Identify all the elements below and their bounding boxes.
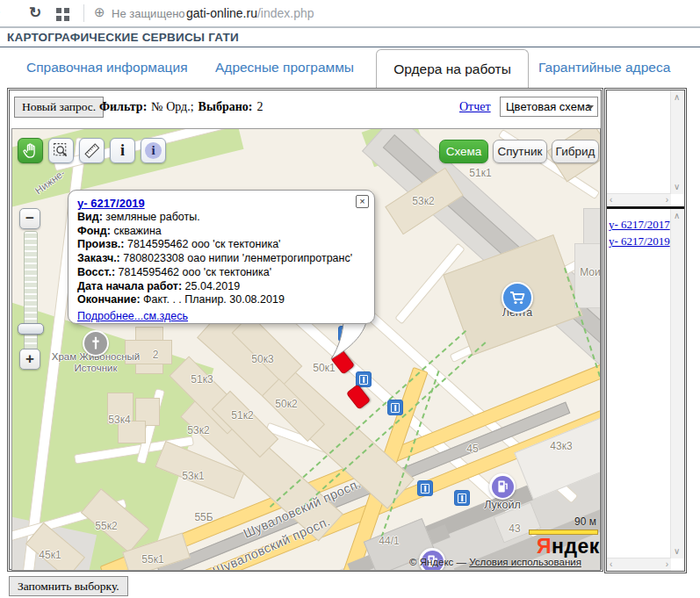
- site-info-globe-icon[interactable]: [94, 4, 105, 20]
- map-label: 53к2: [187, 424, 209, 436]
- map-type-2-button[interactable]: Спутник: [493, 140, 547, 163]
- map-copyright: © Яндекс — Условия использования: [409, 557, 581, 567]
- map-label: 43к3: [550, 440, 572, 452]
- info-circle-icon: [145, 142, 162, 159]
- horizontal-scrollbar[interactable]: [607, 193, 671, 206]
- map-label: 53к1: [182, 470, 204, 482]
- tram-glyph: [421, 484, 429, 494]
- info-alt-tool-button[interactable]: [141, 138, 166, 163]
- ruler-tool-button[interactable]: [79, 138, 105, 163]
- scroll-up-icon[interactable]: [674, 93, 680, 102]
- remember-selection-button[interactable]: Запомнить выборку.: [9, 576, 128, 596]
- map-label: 45: [466, 443, 478, 455]
- map-label: 51к3: [191, 373, 213, 385]
- toolbar-divider: [83, 4, 84, 22]
- scroll-up-icon[interactable]: [674, 212, 680, 220]
- cart-glyph: [507, 287, 528, 308]
- zoom-select-tool-button[interactable]: [48, 138, 74, 163]
- reload-icon[interactable]: [29, 4, 41, 22]
- order-link[interactable]: у- 6217/2019: [609, 233, 670, 249]
- filter-label: Фильтр:: [99, 100, 147, 113]
- balloon-more-link[interactable]: Подробнее...см.здесь: [77, 310, 188, 322]
- back-icon[interactable]: [0, 1, 1, 21]
- tram-glyph: [391, 403, 400, 413]
- work-order-balloon: у- 6217/2019 Вид: земляные работы.Фонд: …: [68, 190, 375, 324]
- balloon-row-value: земляные работы.: [103, 211, 200, 223]
- zoom-select-icon: [52, 141, 70, 160]
- tab-3[interactable]: Ордера на работы: [376, 49, 529, 88]
- balloon-row-value: 7814595462 ооо 'ск тектоника': [115, 266, 271, 278]
- map-label: Лукойл: [484, 499, 520, 511]
- tram-stop-icon[interactable]: [387, 400, 403, 415]
- scroll-down-icon[interactable]: [674, 547, 680, 556]
- selected-count: 2: [256, 100, 263, 113]
- copyright-text: © Яндекс —: [409, 557, 466, 567]
- terms-of-use-link[interactable]: Условия использования: [469, 557, 581, 567]
- tram-glyph: [458, 494, 466, 503]
- map-label: Источник: [74, 363, 117, 373]
- map-canvas[interactable]: Нижне-51к153к2МоиЛентаХрам ЖивоносныйИст…: [11, 128, 601, 571]
- tab-2[interactable]: Адресные программы: [215, 60, 354, 76]
- vertical-scrollbar[interactable]: [670, 209, 684, 558]
- map-type-1-button[interactable]: Схема: [439, 140, 488, 163]
- gas-station-icon[interactable]: [489, 473, 516, 500]
- order-link[interactable]: у- 6217/2017: [609, 216, 670, 233]
- tab-1[interactable]: Справочная информация: [26, 60, 188, 76]
- map-label: 2: [153, 349, 159, 361]
- security-label[interactable]: Не защищено: [112, 7, 185, 20]
- address-bar[interactable]: gati-online.ru/index.php: [186, 6, 314, 20]
- yandex-logo-rest: ндекс: [552, 535, 601, 558]
- zoom-out-button[interactable]: [19, 208, 40, 229]
- report-link[interactable]: Отчет: [459, 100, 491, 114]
- chevron-down-icon: [587, 105, 594, 110]
- horizontal-scrollbar[interactable]: [607, 558, 671, 571]
- balloon-row-label: Заказч.:: [77, 252, 120, 264]
- tab-4[interactable]: Гарантийные адреса: [538, 60, 670, 76]
- balloon-row-label: Произв.:: [77, 238, 124, 250]
- balloon-row-label: Вид:: [77, 211, 103, 223]
- church-icon[interactable]: [83, 330, 109, 357]
- pan-tool-button[interactable]: [18, 138, 43, 163]
- scroll-right-icon[interactable]: [666, 196, 668, 205]
- selected-label: Выбрано:: [198, 100, 253, 113]
- balloon-tail: [325, 322, 373, 361]
- lenta-store-icon[interactable]: [502, 282, 533, 313]
- balloon-row-value: 25.04.2019: [182, 280, 240, 292]
- color-scheme-select[interactable]: Цветовая схема: [500, 97, 598, 117]
- ruler-icon: [83, 141, 101, 160]
- scroll-down-icon[interactable]: [674, 183, 680, 191]
- new-query-button[interactable]: Новый запрос.: [14, 97, 104, 118]
- vertical-scrollbar[interactable]: [670, 90, 684, 194]
- tram-stop-icon[interactable]: [417, 480, 433, 496]
- balloon-title-link[interactable]: у- 6217/2019: [77, 197, 145, 210]
- zoom-in-button[interactable]: [19, 349, 40, 370]
- balloon-row-label: Фонд:: [77, 225, 111, 237]
- info-tool-button[interactable]: [110, 138, 135, 163]
- map-label: 53к4: [108, 414, 130, 426]
- balloon-row-value: Факт. . . Планир. 30.08.2019: [141, 293, 285, 306]
- map-label: 55к1: [141, 553, 163, 566]
- balloon-row-value: 7808023308 оао нипии 'ленметрогипротранс…: [120, 252, 352, 264]
- scroll-left-icon[interactable]: [610, 196, 612, 205]
- browser-toolbar: Не защищено gati-online.ru/index.php: [0, 0, 700, 28]
- apps-grid-icon[interactable]: [56, 8, 61, 13]
- yandex-logo[interactable]: Яндекс: [537, 535, 601, 558]
- color-scheme-value: Цветовая схема: [506, 100, 591, 113]
- map-type-3-button[interactable]: Гибрид: [552, 140, 599, 163]
- zoom-slider-handle[interactable]: [18, 323, 44, 335]
- tram-stop-icon[interactable]: [454, 490, 470, 506]
- close-icon[interactable]: [356, 195, 369, 208]
- balloon-row: Произв.: 7814595462 ооо 'ск тектоника': [77, 238, 365, 252]
- map-label: 55к2: [95, 520, 117, 532]
- scroll-left-icon[interactable]: [610, 560, 612, 569]
- balloon-row-label: Окончание:: [77, 293, 141, 306]
- map-label: Мои: [580, 266, 601, 278]
- map-panel: Новый запрос. Фильтр:№ Орд.;Выбрано:2 От…: [7, 88, 603, 572]
- map-label: 50к3: [251, 353, 273, 365]
- balloon-row-label: Дата начала работ:: [77, 280, 182, 292]
- fuel-glyph: [492, 476, 514, 498]
- scroll-right-icon[interactable]: [666, 560, 668, 569]
- map-label: 44/1: [379, 535, 399, 547]
- balloon-row-value: 7814595462 ооо 'ск тектоника': [124, 238, 280, 250]
- map-label: 53к2: [412, 195, 434, 207]
